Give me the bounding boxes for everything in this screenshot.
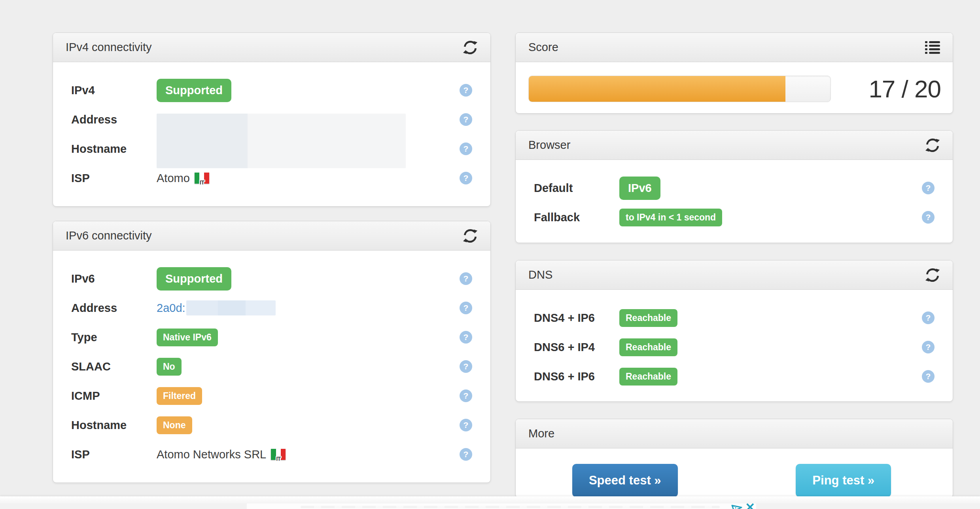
status-badge: Reachable [619,368,677,386]
help-icon[interactable]: ? [460,448,472,461]
speed-test-button[interactable]: Speed test » [572,464,678,497]
help-icon[interactable]: ? [922,370,935,383]
score-bar-fill [529,76,785,102]
flag-country-code: IT [276,456,280,462]
help-icon[interactable]: ? [460,84,472,97]
isp-name: Atomo [157,172,190,185]
help-icon[interactable]: ? [922,311,935,324]
help-icon[interactable]: ? [460,113,472,126]
dns-panel: DNS DNS4 + IP6 Reachable ? DNS6 + IP4 Re… [515,260,953,402]
isp-name: Atomo Networks SRL [157,448,266,461]
panel-header: IPv4 connectivity [53,33,490,62]
panel-title: IPv4 connectivity [66,41,152,54]
table-row: IPv4 Supported ? [53,76,490,105]
panel-title: More [528,427,554,440]
help-icon[interactable]: ? [460,172,472,184]
table-row: DNS6 + IP6 Reachable ? [516,362,953,391]
row-label: Hostname [71,419,157,432]
ping-test-button[interactable]: Ping test » [796,464,891,497]
row-label: DNS4 + IP6 [534,311,619,325]
score-value: 17 / 20 [868,76,941,102]
row-label: Default [534,182,619,195]
status-badge: Supported [157,267,231,291]
status-badge: Reachable [619,338,677,356]
panel-title: Score [528,41,558,54]
row-label: Type [71,331,157,344]
help-icon[interactable]: ? [922,211,935,224]
flag-country-code: IT [200,179,204,185]
score-panel: Score 17 / 20 [515,32,953,114]
status-badge: Native IPv6 [157,329,218,346]
help-icon[interactable]: ? [460,331,472,344]
panel-header: IPv6 connectivity [53,221,490,251]
help-icon[interactable]: ? [922,341,935,353]
more-cell: Speed test » [516,464,734,497]
status-badge: IPv6 [619,177,660,200]
panel-body: IPv4 Supported ? Address ? Hostname ? IS… [53,62,490,193]
redacted-ipv6-address [186,300,276,315]
panel-header: DNS [516,260,953,290]
status-badge: None [157,416,192,434]
table-row: ISP Atomo Networks SRL IT ? [53,440,490,469]
table-row: ICMP Filtered ? [53,381,490,410]
ipv6-address-link[interactable]: 2a0d: [157,302,185,315]
row-label: SLAAC [71,360,157,373]
row-label: Hostname [71,142,157,156]
page-bottom-band [0,496,980,503]
ipv4-connectivity-panel: IPv4 connectivity IPv4 Supported ? Addre… [53,32,491,207]
table-row: DNS6 + IP4 Reachable ? [516,332,953,362]
table-row: Default IPv6 ? [516,173,953,203]
panel-title: DNS [528,268,552,281]
row-label: IPv6 [71,272,157,285]
help-icon[interactable]: ? [460,272,472,285]
refresh-icon[interactable] [925,138,940,153]
panel-body: Speed test » Ping test » [516,448,953,497]
refresh-icon[interactable] [925,268,940,283]
italy-flag-icon: IT [271,449,286,460]
isp-value: Atomo Networks SRL IT [157,448,286,461]
help-icon[interactable]: ? [460,389,472,402]
help-icon[interactable]: ? [460,302,472,314]
status-badge: Reachable [619,309,677,327]
table-row: DNS4 + IP6 Reachable ? [516,303,953,332]
score-progress-bar [528,76,831,102]
browser-panel: Browser Default IPv6 ? Fallback to IPv4 … [515,130,953,243]
status-badge: No [157,358,182,376]
table-row: SLAAC No ? [53,352,490,381]
row-label: IPv4 [71,84,157,97]
row-label: ISP [71,448,157,461]
help-icon[interactable]: ? [460,142,472,155]
list-icon[interactable] [925,41,940,54]
table-row: Hostname ? [53,134,490,163]
table-row: Address ? [53,105,490,134]
table-row: IPv6 Supported ? [53,264,490,293]
help-icon[interactable]: ? [460,419,472,431]
panel-body: Default IPv6 ? Fallback to IPv4 in < 1 s… [516,160,953,232]
table-row: ISP Atomo IT ? [53,163,490,193]
table-row: Address 2a0d: ? [53,293,490,323]
status-badge: Supported [157,79,231,102]
ad-collapse-cursor-icon[interactable] [731,502,743,509]
help-icon[interactable]: ? [922,182,935,194]
more-cell: Ping test » [734,464,953,497]
help-icon[interactable]: ? [460,360,472,373]
row-label: DNS6 + IP4 [534,341,619,354]
table-row: Hostname None ? [53,410,490,440]
panel-body: DNS4 + IP6 Reachable ? DNS6 + IP4 Reacha… [516,290,953,391]
panel-header: Browser [516,131,953,160]
status-badge: to IPv4 in < 1 second [619,209,722,226]
status-badge: Filtered [157,387,202,405]
ipv6-connectivity-panel: IPv6 connectivity IPv6 Supported ? Addre… [53,221,491,483]
ad-close-icon[interactable]: ✕ [745,500,755,509]
row-label: Address [71,113,157,126]
panel-header: More [516,419,953,448]
panel-title: Browser [528,139,570,152]
refresh-icon[interactable] [463,40,478,55]
isp-value: Atomo IT [157,172,209,185]
ad-ghost-text [301,506,720,508]
refresh-icon[interactable] [463,228,478,243]
row-label: DNS6 + IP6 [534,370,619,383]
panel-body: 17 / 20 [516,62,953,127]
row-label: ICMP [71,389,157,403]
row-label: Fallback [534,211,619,224]
